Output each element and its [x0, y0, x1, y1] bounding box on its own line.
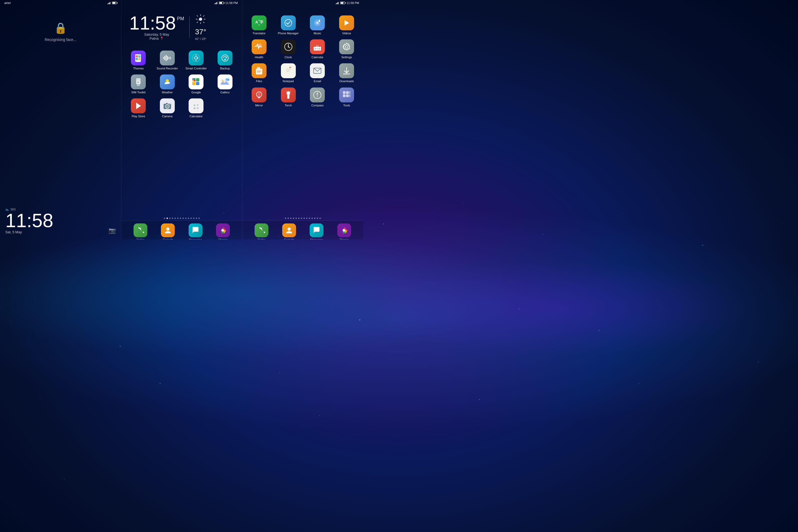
home2-signal-bars [336, 2, 339, 4]
app-notepad[interactable]: Notepad [274, 61, 303, 85]
h2-dot-8 [304, 217, 305, 219]
app-weather[interactable]: Weather [153, 72, 182, 96]
dock2-contacts-label: Contacts [284, 238, 294, 240]
dot-7 [180, 217, 181, 219]
dock2-chrome[interactable]: Chrome [337, 224, 351, 240]
svg-rect-18 [168, 57, 169, 59]
svg-point-92 [258, 92, 261, 97]
app-health[interactable]: Health [244, 37, 274, 61]
camera-app-icon [160, 98, 175, 113]
dock2-messaging[interactable]: Messaging [310, 224, 323, 240]
dock2-dialler-label: Dialler [258, 238, 265, 240]
calculator-label: Calculator [189, 115, 203, 118]
gallery-label: Gallery [220, 91, 230, 94]
dock2-contacts[interactable]: Contacts [282, 224, 296, 240]
svg-point-43 [222, 80, 224, 82]
health-icon [252, 39, 267, 54]
svg-text:M T W T: M T W T [315, 48, 322, 50]
dot-6 [177, 217, 178, 219]
app-calendar[interactable]: 31 M T W T Calendar [303, 37, 332, 61]
h2-dot-9 [306, 217, 307, 219]
svg-rect-16 [166, 55, 167, 61]
app-sim-toolkit[interactable]: SIM Toolkit [124, 72, 153, 96]
app-mirror[interactable]: Mirror [244, 86, 274, 109]
app-calculator[interactable]: + ÷ × = Calculator [182, 96, 211, 120]
svg-rect-104 [343, 91, 345, 94]
home2-app-grid: A 字 Translator Phone Manager [242, 12, 363, 216]
svg-text:×: × [193, 106, 195, 110]
svg-line-6 [203, 22, 204, 23]
svg-rect-35 [192, 78, 194, 80]
home1-signal-bars [214, 2, 217, 4]
dot-4 [172, 217, 173, 219]
dock-messaging[interactable]: Messaging [189, 224, 203, 240]
files-label: Files [256, 79, 262, 83]
app-backup[interactable]: Backup [211, 49, 240, 72]
home-screen-2-panel: 11:58 PM A 字 Translator [242, 0, 363, 240]
translator-label: Translator [252, 32, 265, 35]
dot-13 [196, 217, 197, 219]
home1-battery [219, 2, 224, 4]
app-videos[interactable]: Videos [332, 13, 361, 37]
app-sound-recorder[interactable]: Sound Recorder [153, 49, 182, 72]
app-themes[interactable]: Themes [124, 49, 153, 72]
app-compass[interactable]: Compass [303, 86, 332, 109]
lock-carrier: airtel [4, 1, 11, 4]
app-music[interactable]: Music [303, 13, 332, 37]
svg-point-73 [288, 46, 289, 48]
health-label: Health [255, 56, 263, 59]
svg-rect-37 [192, 80, 194, 81]
app-phone-manager[interactable]: Phone Manager [274, 13, 303, 37]
files-icon [252, 63, 267, 78]
lock-content: 🔒 Recognising face... [0, 6, 121, 42]
chrome-dock-icon [216, 224, 230, 237]
app-google[interactable]: Google [182, 72, 211, 96]
calendar-icon: 31 M T W T [310, 39, 325, 54]
svg-point-49 [166, 105, 168, 108]
dock-dialler[interactable]: Dialler [134, 224, 147, 240]
dialler-dock-icon [134, 224, 147, 237]
app-clock[interactable]: Clock [274, 37, 303, 61]
app-settings[interactable]: Settings [332, 37, 361, 61]
h2-signal-bar-3 [337, 2, 338, 4]
app-translator[interactable]: A 字 Translator [244, 13, 274, 37]
svg-rect-41 [196, 82, 199, 85]
app-files[interactable]: Files [244, 61, 274, 85]
calculator-icon: + ÷ × = [189, 98, 204, 113]
dock2-dialler[interactable]: Dialler [254, 224, 268, 240]
svg-rect-79 [256, 69, 262, 75]
camera-shortcut-icon[interactable]: 📷 [109, 227, 116, 234]
messaging-dock-icon [189, 224, 203, 237]
google-label: Google [191, 91, 201, 94]
home1-status-bar: 11:58 PM [121, 0, 242, 6]
app-tools[interactable]: Tools [332, 86, 361, 109]
svg-line-98 [286, 91, 287, 92]
app-email[interactable]: Email [303, 61, 332, 85]
app-smart-controller[interactable]: Smart Controller [182, 49, 211, 72]
signal-bar-1 [108, 3, 108, 4]
clock-block: 11:58 PM Saturday, 5 May Patna 📍 [129, 14, 184, 40]
downloads-icon [339, 63, 354, 78]
app-torch[interactable]: Torch [274, 86, 303, 109]
app-downloads[interactable]: Downloads [332, 61, 361, 85]
dock-messaging-label: Messaging [189, 238, 202, 240]
h1-signal-bar-1 [214, 3, 215, 4]
signal-bar-3 [109, 2, 110, 4]
svg-text:31: 31 [316, 45, 319, 48]
app-play-store[interactable]: Play Store [124, 96, 153, 120]
contacts2-dock-icon [282, 224, 296, 237]
torch-label: Torch [285, 104, 292, 107]
svg-point-67 [317, 22, 318, 24]
backup-icon [217, 51, 232, 65]
sim-toolkit-icon [131, 75, 146, 89]
home-screen-1-panel: 11:58 PM 11:58 PM Saturday, 5 May Patna … [121, 0, 242, 240]
dock-contacts[interactable]: Contacts [161, 224, 175, 240]
dock-chrome[interactable]: Chrome [216, 224, 230, 240]
app-gallery[interactable]: Gal Gallery [211, 72, 240, 96]
dot-5 [174, 217, 176, 219]
app-camera[interactable]: Camera [153, 96, 182, 120]
dock2-chrome-label: Chrome [339, 238, 349, 240]
settings-label: Settings [341, 56, 352, 59]
svg-point-78 [345, 45, 348, 48]
gallery-icon: Gal [217, 75, 232, 89]
